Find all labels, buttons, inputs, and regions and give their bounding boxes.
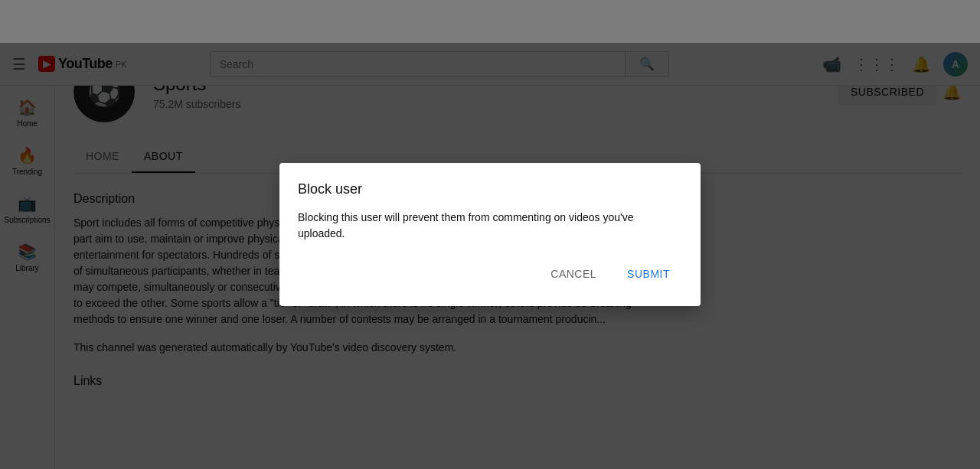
- dialog-title: Block user: [298, 181, 682, 197]
- dialog-overlay: Block user Blocking this user will preve…: [0, 0, 980, 469]
- dialog-body: Blocking this user will prevent them fro…: [298, 210, 682, 242]
- dialog-actions: CANCEL SUBMIT: [298, 260, 682, 288]
- block-user-dialog: Block user Blocking this user will preve…: [279, 163, 701, 306]
- cancel-button[interactable]: CANCEL: [538, 260, 609, 288]
- submit-button[interactable]: SUBMIT: [615, 260, 682, 288]
